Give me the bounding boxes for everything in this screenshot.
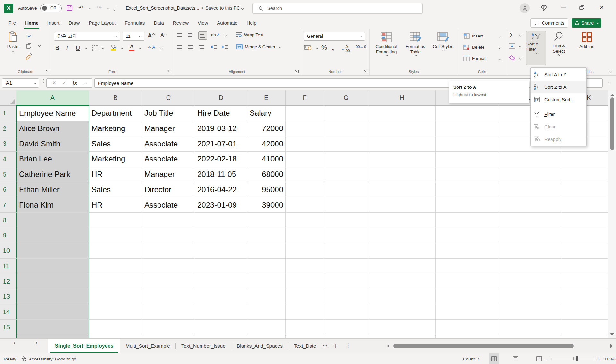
cell-C12[interactable]: [142, 274, 195, 289]
font-size-select[interactable]: 11: [123, 32, 144, 41]
cell-D11[interactable]: [195, 259, 247, 274]
column-header-B[interactable]: B: [89, 90, 142, 106]
cell-B9[interactable]: [89, 228, 142, 244]
row-header-16[interactable]: 16: [0, 335, 16, 339]
cell-I14[interactable]: [436, 304, 499, 320]
cell-D10[interactable]: [195, 243, 247, 259]
accounting-format-button[interactable]: [304, 45, 312, 50]
restore-button[interactable]: [579, 5, 584, 10]
copy-button[interactable]: [26, 43, 32, 49]
cell-H12[interactable]: [368, 274, 436, 289]
count-indicator[interactable]: Count: 7: [463, 353, 479, 364]
fill-button[interactable]: [509, 43, 515, 49]
font-name-select[interactable]: 맑은 고딕: [54, 32, 120, 41]
cell-B6[interactable]: Sales: [89, 182, 142, 198]
underline-dropdown-icon[interactable]: [85, 47, 87, 49]
cell-C3[interactable]: Associate: [142, 136, 195, 152]
cell-E6[interactable]: 95000: [247, 182, 286, 198]
cell-J4[interactable]: [499, 152, 562, 167]
cell-H15[interactable]: [368, 320, 436, 335]
tab-formulas[interactable]: Formulas: [120, 17, 150, 29]
row-header-2[interactable]: 2: [0, 121, 16, 136]
row-header-8[interactable]: 8: [0, 213, 16, 228]
cell-D16[interactable]: [195, 335, 247, 339]
decrease-font-size-button[interactable]: A: [160, 32, 166, 37]
row-header-6[interactable]: 6: [0, 182, 16, 198]
cell-A13[interactable]: [16, 289, 89, 304]
align-right-button[interactable]: [199, 45, 204, 49]
cell-H1[interactable]: [368, 106, 436, 121]
cell-H13[interactable]: [368, 289, 436, 304]
cell-B13[interactable]: [89, 289, 142, 304]
top-align-button[interactable]: [177, 33, 182, 37]
phonetic-dropdown-icon[interactable]: [160, 47, 163, 49]
conditional-formatting-button[interactable]: Conditional Formatting: [372, 32, 401, 56]
cell-C2[interactable]: Manager: [142, 121, 195, 136]
zoom-level[interactable]: 163%: [604, 353, 616, 364]
scroll-up-icon[interactable]: [610, 94, 614, 96]
scroll-down-icon[interactable]: [610, 333, 614, 336]
cell-D6[interactable]: 2016-04-22: [195, 182, 247, 198]
sheet-tab-text-date[interactable]: Text_Date: [288, 339, 322, 353]
tab-insert[interactable]: Insert: [43, 17, 64, 29]
format-painter-button[interactable]: [26, 53, 33, 60]
cell-E7[interactable]: 39000: [247, 197, 286, 213]
minimize-button[interactable]: —: [561, 4, 566, 10]
format-dropdown-icon[interactable]: [499, 58, 501, 60]
autosum-button[interactable]: Σ: [509, 31, 513, 39]
cell-E1[interactable]: Salary: [247, 106, 286, 121]
align-center-button[interactable]: [188, 45, 193, 49]
row-header-7[interactable]: 7: [0, 197, 16, 213]
document-title[interactable]: Excel_Sort_Screenshot_Datasets...•Saved …: [126, 5, 243, 11]
page-layout-view-button[interactable]: [513, 353, 518, 364]
cell-I12[interactable]: [436, 274, 499, 289]
menu-item-filter[interactable]: Filter: [531, 108, 586, 120]
cell-B1[interactable]: Department: [89, 106, 142, 121]
row-header-5[interactable]: 5: [0, 167, 16, 182]
row-header-4[interactable]: 4: [0, 152, 16, 167]
cell-D4[interactable]: 2022-02-18: [195, 152, 247, 167]
cell-F2[interactable]: [286, 121, 324, 136]
cell-A11[interactable]: [16, 259, 89, 274]
cell-E5[interactable]: 68000: [247, 167, 286, 182]
cell-A9[interactable]: [16, 228, 89, 244]
wrap-text-button[interactable]: Wrap Text: [236, 32, 263, 37]
copy-dropdown-icon[interactable]: [38, 45, 41, 47]
row-header-10[interactable]: 10: [0, 243, 16, 259]
cell-F5[interactable]: [286, 167, 324, 182]
cell-A7[interactable]: Fiona Kim: [16, 197, 89, 213]
search-input[interactable]: Search: [252, 3, 423, 14]
cell-C14[interactable]: [142, 304, 195, 320]
cell-E10[interactable]: [247, 243, 286, 259]
zoom-slider-thumb[interactable]: [576, 356, 578, 361]
new-sheet-button[interactable]: +: [329, 339, 342, 353]
premium-gem-icon[interactable]: [540, 5, 547, 11]
share-button[interactable]: Share: [572, 18, 601, 28]
undo-dropdown-icon[interactable]: [89, 7, 91, 9]
delete-dropdown-icon[interactable]: [499, 47, 501, 49]
sheet-nav-left-icon[interactable]: ‹: [9, 339, 20, 346]
clear-dropdown-icon[interactable]: [519, 57, 521, 60]
cell-F6[interactable]: [286, 182, 324, 198]
row-header-9[interactable]: 9: [0, 228, 16, 244]
menu-item-sort-z-to-a[interactable]: ZA↓ Sort Z to A: [531, 81, 586, 93]
cell-A6[interactable]: Ethan Miller: [16, 182, 89, 198]
redo-dropdown-icon[interactable]: [107, 7, 109, 9]
cell-I11[interactable]: [436, 259, 499, 274]
cell-D12[interactable]: [195, 274, 247, 289]
select-all-corner[interactable]: [0, 90, 16, 106]
cell-G15[interactable]: [324, 320, 368, 335]
cell-C6[interactable]: Director: [142, 182, 195, 198]
cell-F3[interactable]: [286, 136, 324, 152]
cell-H4[interactable]: [368, 152, 436, 167]
insert-dropdown-icon[interactable]: [499, 36, 501, 38]
cell-C15[interactable]: [142, 320, 195, 335]
row-header-13[interactable]: 13: [0, 289, 16, 304]
cell-C13[interactable]: [142, 289, 195, 304]
cell-F15[interactable]: [286, 320, 324, 335]
tab-view[interactable]: View: [193, 17, 212, 29]
spreadsheet-grid[interactable]: ABCDEFGHIJK1Employee NameDepartmentJob T…: [0, 90, 616, 338]
cell-A12[interactable]: [16, 274, 89, 289]
undo-button[interactable]: ↶: [78, 4, 83, 11]
name-box[interactable]: A1: [2, 78, 39, 88]
